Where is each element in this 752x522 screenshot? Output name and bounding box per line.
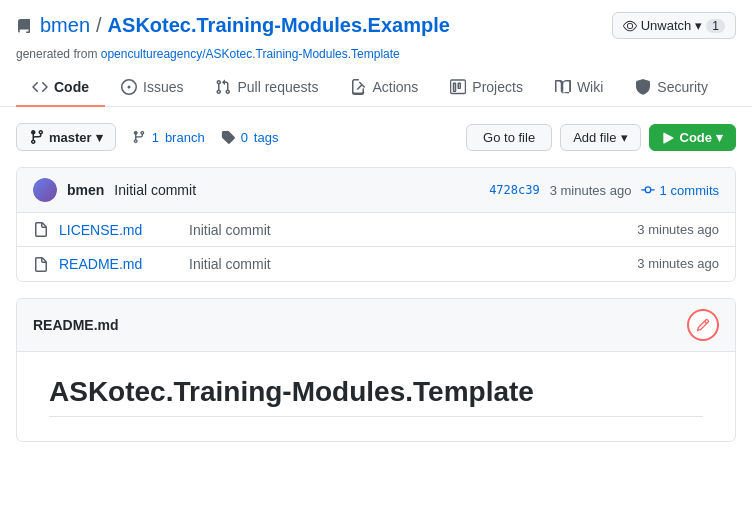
repo-toolbar: master ▾ 1 branch 0 tags Go to file Add … xyxy=(0,107,752,167)
add-file-button[interactable]: Add file ▾ xyxy=(560,124,640,151)
repo-name[interactable]: ASKotec.Training-Modules.Example xyxy=(108,14,450,37)
readme-heading: ASKotec.Training-Modules.Template xyxy=(49,376,703,417)
commits-link[interactable]: 1 commits xyxy=(641,183,719,198)
tag-label: tags xyxy=(254,130,279,145)
tab-wiki[interactable]: Wiki xyxy=(539,69,619,107)
tab-code[interactable]: Code xyxy=(16,69,105,107)
unwatch-count: 1 xyxy=(706,19,725,33)
file-name-1[interactable]: README.md xyxy=(59,256,179,272)
commits-label: commits xyxy=(671,183,719,198)
commit-time: 3 minutes ago xyxy=(550,183,632,198)
repo-owner[interactable]: bmen xyxy=(40,14,90,37)
commit-row: bmen Initial commit 4728c39 3 minutes ag… xyxy=(17,168,735,213)
branch-selector[interactable]: master ▾ xyxy=(16,123,116,151)
commit-author[interactable]: bmen xyxy=(67,182,104,198)
repo-separator: / xyxy=(94,14,104,37)
file-icon xyxy=(33,255,49,272)
tab-pull-requests[interactable]: Pull requests xyxy=(199,69,334,107)
file-name-0[interactable]: LICENSE.md xyxy=(59,222,179,238)
tab-projects[interactable]: Projects xyxy=(434,69,539,107)
file-icon xyxy=(33,221,49,238)
commit-hash[interactable]: 4728c39 xyxy=(489,183,540,197)
file-commit-msg-1: Initial commit xyxy=(189,256,627,272)
branch-info[interactable]: 1 branch xyxy=(132,130,205,145)
tag-info[interactable]: 0 tags xyxy=(221,130,279,145)
tab-actions[interactable]: Actions xyxy=(334,69,434,107)
repo-icon xyxy=(16,14,32,37)
generated-from: generated from opencultureagency/ASKotec… xyxy=(0,47,752,69)
tag-count: 0 xyxy=(241,130,248,145)
commit-message[interactable]: Initial commit xyxy=(114,182,196,198)
readme-body: ASKotec.Training-Modules.Template xyxy=(17,352,735,441)
file-time-1: 3 minutes ago xyxy=(637,256,719,271)
tab-issues[interactable]: Issues xyxy=(105,69,199,107)
table-row: README.md Initial commit 3 minutes ago xyxy=(17,247,735,280)
branch-label: branch xyxy=(165,130,205,145)
template-link[interactable]: opencultureagency/ASKotec.Training-Modul… xyxy=(101,47,400,61)
tab-security[interactable]: Security xyxy=(619,69,724,107)
code-button[interactable]: Code ▾ xyxy=(649,124,737,151)
table-row: LICENSE.md Initial commit 3 minutes ago xyxy=(17,213,735,247)
repo-title: bmen / ASKotec.Training-Modules.Example xyxy=(16,14,450,37)
file-commit-msg-0: Initial commit xyxy=(189,222,627,238)
edit-readme-button[interactable] xyxy=(687,309,719,341)
repo-header: bmen / ASKotec.Training-Modules.Example … xyxy=(0,0,752,47)
avatar xyxy=(33,178,57,202)
file-list: bmen Initial commit 4728c39 3 minutes ag… xyxy=(16,167,736,282)
nav-tabs: Code Issues Pull requests Actions Projec… xyxy=(0,69,752,107)
unwatch-label: Unwatch xyxy=(641,18,692,33)
unwatch-button[interactable]: Unwatch ▾ 1 xyxy=(612,12,736,39)
commits-count: 1 xyxy=(659,183,666,198)
readme-header: README.md xyxy=(17,299,735,352)
branch-count: 1 xyxy=(152,130,159,145)
readme-title: README.md xyxy=(33,317,119,333)
file-time-0: 3 minutes ago xyxy=(637,222,719,237)
branch-name: master xyxy=(49,130,92,145)
readme-section: README.md ASKotec.Training-Modules.Templ… xyxy=(16,298,736,442)
go-to-file-button[interactable]: Go to file xyxy=(466,124,552,151)
